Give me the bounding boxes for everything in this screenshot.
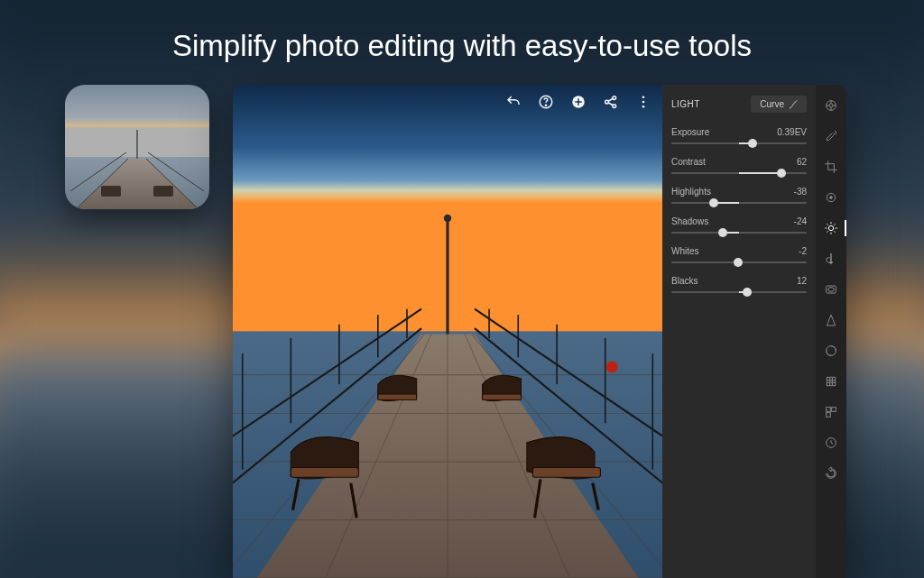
slider-thumb[interactable] [718, 228, 727, 237]
reset-icon[interactable] [823, 465, 839, 482]
panel-title: LIGHT [671, 99, 700, 109]
slider-thumb[interactable] [777, 169, 786, 178]
slider-label: Shadows [671, 216, 708, 226]
slider-track[interactable] [671, 172, 807, 174]
adjustments-panel: LIGHT Curve Exposure0.39EVContrast62High… [662, 85, 846, 578]
slider-track[interactable] [671, 232, 807, 234]
image-canvas[interactable] [233, 85, 662, 578]
svg-point-53 [642, 101, 645, 104]
svg-line-70 [827, 231, 827, 232]
svg-point-72 [830, 261, 833, 264]
slider-value: 62 [797, 157, 807, 167]
svg-point-74 [828, 288, 835, 292]
presets-icon[interactable] [823, 404, 839, 420]
svg-line-68 [827, 224, 827, 225]
svg-rect-76 [827, 377, 835, 385]
editor-window: LIGHT Curve Exposure0.39EVContrast62High… [233, 85, 846, 578]
temperature-icon[interactable] [823, 251, 839, 267]
lens-icon[interactable] [823, 343, 839, 359]
crop-icon[interactable] [823, 159, 839, 175]
share-icon[interactable] [603, 94, 619, 110]
svg-rect-42 [483, 394, 522, 399]
slider-track[interactable] [671, 202, 807, 204]
light-icon[interactable] [823, 220, 839, 236]
geometry-icon[interactable] [823, 373, 839, 390]
slider-blacks: Blacks12 [671, 276, 807, 293]
slider-label: Contrast [671, 157, 706, 167]
svg-rect-38 [378, 394, 417, 399]
svg-rect-8 [101, 186, 121, 197]
svg-point-62 [830, 197, 833, 199]
add-icon[interactable] [570, 94, 587, 110]
svg-point-45 [545, 105, 546, 106]
slider-track[interactable] [671, 291, 807, 293]
slider-track[interactable] [671, 142, 807, 144]
svg-rect-35 [291, 468, 358, 478]
svg-rect-81 [827, 408, 831, 412]
canvas-toolbar [505, 94, 651, 110]
svg-point-56 [829, 104, 833, 107]
svg-line-51 [608, 103, 613, 106]
slider-whites: Whites-2 [671, 246, 807, 263]
sharpen-icon[interactable] [823, 312, 839, 328]
slider-exposure: Exposure0.39EV [671, 127, 807, 144]
slider-track[interactable] [671, 261, 807, 263]
versions-icon[interactable] [823, 435, 839, 451]
slider-label: Whites [671, 246, 699, 256]
svg-point-52 [642, 96, 645, 98]
help-icon[interactable] [538, 94, 554, 110]
svg-line-50 [608, 98, 613, 101]
color-wheel-icon[interactable] [823, 97, 839, 114]
slider-shadows: Shadows-24 [671, 216, 807, 234]
svg-rect-82 [832, 408, 836, 412]
heal-icon[interactable] [823, 189, 839, 206]
slider-label: Exposure [671, 127, 709, 137]
svg-point-63 [828, 225, 833, 230]
slider-thumb[interactable] [748, 139, 757, 148]
curve-button[interactable]: Curve [751, 96, 807, 113]
svg-rect-9 [153, 186, 173, 197]
svg-point-54 [642, 106, 645, 108]
tool-rail [816, 85, 846, 578]
eyedropper-icon[interactable] [823, 128, 839, 144]
slider-value: 12 [797, 276, 807, 286]
svg-point-34 [444, 215, 452, 223]
slider-thumb[interactable] [734, 258, 743, 267]
slider-value: -2 [799, 246, 807, 256]
slider-value: -24 [794, 216, 807, 226]
svg-rect-83 [827, 413, 831, 417]
vignette-icon[interactable] [823, 281, 839, 298]
slider-highlights: Highlights-38 [671, 187, 807, 204]
svg-line-71 [834, 224, 835, 225]
slider-label: Blacks [671, 276, 698, 286]
before-thumbnail [65, 85, 209, 209]
svg-line-69 [834, 231, 835, 232]
slider-value: 0.39EV [777, 127, 807, 137]
curve-button-label: Curve [760, 99, 784, 109]
undo-icon[interactable] [505, 94, 522, 110]
marketing-headline: Simplify photo editing with easy-to-use … [0, 29, 924, 63]
slider-label: Highlights [671, 187, 711, 197]
slider-value: -38 [794, 187, 807, 197]
more-icon[interactable] [635, 94, 651, 110]
svg-point-43 [606, 362, 618, 373]
slider-thumb[interactable] [743, 288, 752, 297]
svg-rect-39 [532, 468, 600, 478]
slider-thumb[interactable] [709, 198, 718, 207]
slider-contrast: Contrast62 [671, 157, 807, 174]
